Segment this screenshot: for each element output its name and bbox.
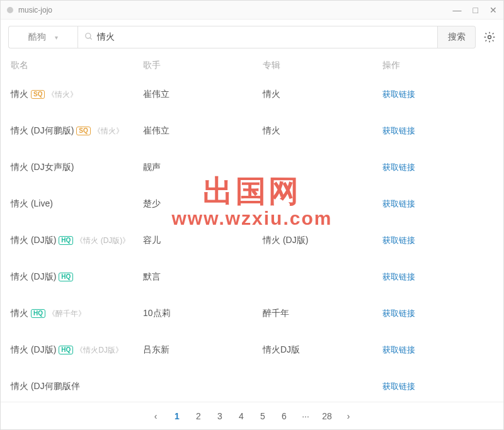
table-row: 情火 (DJ何鹏版伴获取链接 (8, 368, 496, 402)
table-row: 情火 (DJ版)HQ默言获取链接 (8, 259, 496, 295)
source-select[interactable]: 酷狗 ▾ (8, 26, 77, 48)
song-extra: 《情火》 (93, 126, 123, 137)
svg-point-0 (86, 33, 91, 38)
col-album: 专辑 (263, 60, 382, 71)
song-title: 情火 (11, 89, 28, 100)
pagination: ‹123456···28› (1, 402, 503, 429)
album-cell: 情火DJ版 (263, 344, 382, 356)
song-title: 情火 (DJ女声版) (11, 162, 74, 173)
page-4[interactable]: 4 (232, 407, 250, 425)
quality-badge: SQ (76, 127, 90, 135)
search-bar: 酷狗 ▾ 搜索 (1, 20, 503, 55)
quality-badge: HQ (59, 273, 73, 281)
col-artist: 歌手 (143, 60, 263, 71)
titlebar: music-jojo — □ ✕ (1, 1, 503, 20)
page-5[interactable]: 5 (254, 407, 272, 425)
table-row: 情火 (Live)楚少获取链接 (8, 186, 496, 222)
page-6[interactable]: 6 (275, 407, 293, 425)
svg-point-2 (488, 36, 491, 39)
get-link-button[interactable]: 获取链接 (382, 382, 415, 391)
table-row: 情火HQ《醉千年》10点莉醉千年获取链接 (8, 295, 496, 332)
search-input-wrapper (77, 26, 438, 48)
artist-cell: 楚少 (143, 198, 263, 210)
table-header: 歌名 歌手 专辑 操作 (8, 55, 496, 76)
app-window: music-jojo — □ ✕ 酷狗 ▾ 搜索 出国网 www.wzxiu.c… (0, 0, 504, 430)
get-link-button[interactable]: 获取链接 (382, 272, 415, 281)
table-row: 情火SQ《情火》崔伟立情火获取链接 (8, 76, 496, 113)
quality-badge: HQ (59, 236, 73, 245)
maximize-button[interactable]: □ (473, 5, 478, 15)
album-cell: 情火 (263, 125, 382, 137)
artist-cell: 靓声 (143, 162, 263, 173)
window-title: music-jojo (18, 6, 453, 14)
song-title: 情火 (11, 308, 28, 319)
svg-line-1 (90, 37, 92, 39)
quality-badge: HQ (59, 346, 73, 354)
song-title: 情火 (DJ版) (11, 271, 56, 283)
get-link-button[interactable]: 获取链接 (382, 199, 415, 208)
app-icon (7, 7, 13, 13)
song-title: 情火 (DJ版) (11, 235, 56, 246)
search-button[interactable]: 搜索 (438, 26, 476, 48)
page-2[interactable]: 2 (190, 407, 207, 425)
page-prev[interactable]: ‹ (147, 407, 164, 425)
page-next[interactable]: › (340, 407, 357, 425)
get-link-button[interactable]: 获取链接 (382, 89, 415, 99)
search-input[interactable] (97, 32, 431, 42)
song-title: 情火 (DJ何鹏版) (11, 125, 74, 137)
col-action: 操作 (382, 60, 493, 71)
quality-badge: SQ (31, 90, 45, 99)
page-ellipsis: ··· (297, 407, 314, 425)
source-label: 酷狗 (28, 31, 46, 43)
search-icon (84, 32, 93, 43)
get-link-button[interactable]: 获取链接 (382, 235, 415, 245)
col-name: 歌名 (11, 60, 143, 71)
artist-cell: 10点莉 (143, 308, 263, 319)
song-title: 情火 (DJ版) (11, 344, 56, 356)
song-extra: 《情火》 (47, 89, 77, 100)
artist-cell: 吕东新 (143, 344, 263, 356)
quality-badge: HQ (31, 309, 45, 318)
album-cell: 情火 (263, 89, 382, 100)
get-link-button[interactable]: 获取链接 (382, 162, 415, 172)
page-1[interactable]: 1 (168, 407, 186, 425)
get-link-button[interactable]: 获取链接 (382, 345, 415, 354)
window-controls: — □ ✕ (453, 5, 497, 15)
artist-cell: 崔伟立 (143, 125, 263, 137)
close-button[interactable]: ✕ (490, 5, 497, 15)
album-cell: 醉千年 (263, 308, 382, 319)
artist-cell: 崔伟立 (143, 89, 263, 100)
album-cell: 情火 (DJ版) (263, 235, 382, 246)
gear-icon (483, 31, 496, 43)
song-extra: 《醉千年》 (48, 308, 86, 319)
table-row: 情火 (DJ版)HQ《情火DJ版》吕东新情火DJ版获取链接 (8, 332, 496, 368)
chevron-down-icon: ▾ (55, 34, 58, 41)
get-link-button[interactable]: 获取链接 (382, 126, 415, 135)
song-extra: 《情火 (DJ版)》 (76, 235, 130, 246)
song-title: 情火 (Live) (11, 198, 53, 210)
artist-cell: 默言 (143, 271, 263, 283)
song-extra: 《情火DJ版》 (76, 345, 123, 356)
table-row: 情火 (DJ女声版)靓声获取链接 (8, 149, 496, 186)
artist-cell: 容儿 (143, 235, 263, 246)
table-body[interactable]: 情火SQ《情火》崔伟立情火获取链接情火 (DJ何鹏版)SQ《情火》崔伟立情火获取… (8, 76, 496, 402)
page-28[interactable]: 28 (318, 407, 336, 425)
minimize-button[interactable]: — (453, 5, 462, 15)
get-link-button[interactable]: 获取链接 (382, 308, 415, 318)
results-table: 出国网 www.wzxiu.com 歌名 歌手 专辑 操作 情火SQ《情火》崔伟… (1, 55, 503, 402)
settings-button[interactable] (483, 31, 496, 43)
song-title: 情火 (DJ何鹏版伴 (11, 381, 80, 392)
table-row: 情火 (DJ何鹏版)SQ《情火》崔伟立情火获取链接 (8, 113, 496, 149)
table-row: 情火 (DJ版)HQ《情火 (DJ版)》容儿情火 (DJ版)获取链接 (8, 222, 496, 259)
page-3[interactable]: 3 (211, 407, 229, 425)
